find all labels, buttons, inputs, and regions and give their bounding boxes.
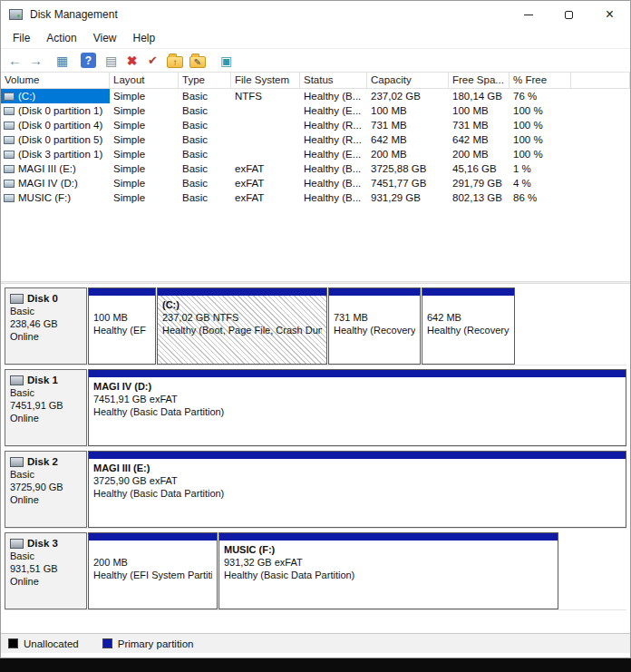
partition-title	[334, 298, 415, 311]
partition-size: 100 MB	[93, 311, 150, 324]
volume-pct-free: 76 %	[510, 91, 571, 102]
volume-cell: (Disk 0 partition 5)	[1, 132, 110, 147]
partition-size: 237,02 GB NTFS	[162, 311, 322, 324]
partition-size: 3725,90 GB exFAT	[93, 474, 621, 487]
partition-size: 731 MB	[334, 311, 415, 324]
volume-free-space: 642 MB	[449, 134, 510, 145]
menu-view[interactable]: View	[85, 30, 125, 46]
volume-layout: Simple	[110, 163, 179, 174]
partition[interactable]: MAGI III (E:) 3725,90 GB exFAT Healthy (…	[88, 451, 626, 528]
close-icon: ×	[606, 7, 614, 22]
disk-3-header[interactable]: Disk 3 Basic 931,51 GB Online	[5, 532, 87, 609]
maximize-icon	[565, 11, 573, 19]
disk-1-row: Disk 1 Basic 7451,91 GB Online MAGI IV (…	[5, 369, 626, 447]
volume-capacity: 642 MB	[367, 134, 449, 145]
menu-file[interactable]: File	[5, 30, 38, 46]
forward-icon[interactable]: →	[26, 51, 45, 70]
volume-name: (Disk 3 partition 1)	[18, 149, 102, 160]
legend-unallocated: Unallocated	[8, 638, 79, 649]
volume-row[interactable]: MAGI IV (D:) Simple Basic exFAT Healthy …	[1, 176, 630, 190]
edit-folder-icon[interactable]: ✎	[189, 56, 206, 68]
volume-row[interactable]: MAGI III (E:) Simple Basic exFAT Healthy…	[1, 161, 630, 176]
volume-row[interactable]: (Disk 3 partition 1) Simple Basic Health…	[1, 147, 630, 161]
volume-row[interactable]: (Disk 0 partition 5) Simple Basic Health…	[1, 132, 630, 147]
back-icon[interactable]: ←	[5, 51, 24, 70]
volume-name: (C:)	[18, 91, 35, 102]
partition[interactable]: 642 MB Healthy (Recovery	[422, 287, 515, 365]
menu-help[interactable]: Help	[125, 30, 164, 46]
volume-type: Basic	[179, 120, 231, 131]
volume-cell: MAGI III (E:)	[1, 161, 110, 176]
partition-color-bar	[89, 452, 626, 459]
title-bar: Disk Management ×	[1, 1, 630, 28]
column-header-layout[interactable]: Layout	[110, 73, 179, 88]
volume-layout: Simple	[110, 178, 179, 189]
close-button[interactable]: ×	[589, 1, 630, 28]
volume-capacity: 7451,77 GB	[367, 178, 449, 189]
column-header-type[interactable]: Type	[179, 73, 231, 88]
delete-volume-icon[interactable]: ✖	[122, 51, 141, 70]
partition[interactable]: 200 MB Healthy (EFI System Partiti	[88, 532, 218, 609]
column-header-free-space[interactable]: Free Spa...	[449, 73, 510, 88]
help-icon[interactable]: ?	[81, 53, 96, 68]
disk-size: 931,51 GB	[10, 563, 82, 574]
volume-icon	[4, 107, 15, 115]
volume-icon	[4, 194, 15, 202]
validate-icon[interactable]: ✔	[143, 51, 162, 70]
menu-bar: File Action View Help	[1, 28, 630, 48]
unallocated-swatch	[8, 638, 18, 648]
column-header-file-system[interactable]: File System	[231, 73, 300, 88]
partition-color-bar	[158, 288, 326, 296]
partition[interactable]: MUSIC (F:) 931,32 GB exFAT Healthy (Basi…	[218, 532, 558, 609]
disk-0-header[interactable]: Disk 0 Basic 238,46 GB Online	[5, 287, 87, 365]
volume-pct-free: 100 %	[510, 105, 571, 116]
column-header-status[interactable]: Status	[300, 73, 367, 88]
maximize-button[interactable]	[548, 1, 589, 28]
volume-layout: Simple	[110, 91, 179, 102]
volume-name: (Disk 0 partition 4)	[18, 120, 102, 131]
volume-layout: Simple	[110, 105, 179, 116]
disk-status: Online	[10, 331, 82, 342]
partition-title: MAGI IV (D:)	[93, 380, 621, 393]
window-title: Disk Management	[30, 8, 118, 21]
column-header-volume[interactable]: Volume	[1, 73, 110, 88]
volume-type: Basic	[179, 105, 231, 116]
partition[interactable]: 100 MB Healthy (EF	[88, 287, 156, 365]
volume-row[interactable]: (C:) Simple Basic NTFS Healthy (B... 237…	[1, 89, 630, 103]
disk-1-header[interactable]: Disk 1 Basic 7451,91 GB Online	[5, 369, 87, 446]
column-header-capacity[interactable]: Capacity	[367, 73, 449, 88]
partition[interactable]: MAGI IV (D:) 7451,91 GB exFAT Healthy (B…	[88, 369, 626, 446]
volume-list-header: Volume Layout Type File System Status Ca…	[1, 73, 630, 89]
partition-size: 7451,91 GB exFAT	[93, 393, 621, 405]
properties-icon[interactable]: ▤	[102, 51, 121, 70]
minimize-button[interactable]	[508, 1, 548, 28]
bottom-black-strip	[0, 658, 631, 672]
disk-3-row: Disk 3 Basic 931,51 GB Online 200 MB Hea…	[5, 532, 626, 610]
volume-pct-free: 86 %	[510, 192, 571, 203]
disk-2-header[interactable]: Disk 2 Basic 3725,90 GB Online	[5, 451, 87, 528]
volume-row[interactable]: MUSIC (F:) Simple Basic exFAT Healthy (B…	[1, 190, 630, 205]
partition[interactable]: 731 MB Healthy (Recovery	[328, 287, 421, 365]
open-folder-icon[interactable]: ↑	[167, 56, 183, 68]
volume-type: Basic	[179, 178, 231, 189]
partition-c-selected[interactable]: (C:) 237,02 GB NTFS Healthy (Boot, Page …	[157, 287, 327, 365]
partition-size: 931,32 GB exFAT	[224, 556, 553, 569]
partition-status: Healthy (Recovery	[427, 324, 510, 336]
menu-action[interactable]: Action	[38, 30, 84, 46]
display-options-icon[interactable]: ▣	[217, 51, 236, 70]
disk-status: Online	[10, 494, 82, 505]
volume-name: MAGI III (E:)	[18, 163, 76, 174]
volume-icon	[4, 151, 15, 159]
disk-0-row: Disk 0 Basic 238,46 GB Online 100 MB Hea…	[5, 287, 626, 365]
volume-cell: MUSIC (F:)	[1, 190, 110, 205]
disk-icon	[10, 375, 24, 385]
volume-row[interactable]: (Disk 0 partition 4) Simple Basic Health…	[1, 118, 630, 132]
column-header-pct-free[interactable]: % Free	[510, 73, 571, 88]
volume-free-space: 802,13 GB	[449, 192, 510, 203]
volume-icon	[4, 93, 15, 101]
volume-status: Healthy (B...	[300, 163, 367, 174]
volume-row[interactable]: (Disk 0 partition 1) Simple Basic Health…	[1, 103, 630, 118]
disk-type: Basic	[10, 387, 82, 398]
console-tree-icon[interactable]: ▦	[53, 51, 72, 70]
volume-capacity: 237,02 GB	[367, 91, 449, 102]
